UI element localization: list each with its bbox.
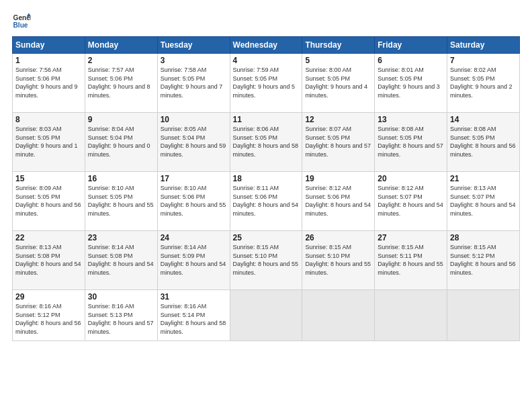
sunrise-text: Sunrise: 8:11 AM xyxy=(233,185,279,191)
day-info: Sunrise: 8:13 AM Sunset: 5:07 PM Dayligh… xyxy=(450,184,517,218)
day-info: Sunrise: 8:11 AM Sunset: 5:06 PM Dayligh… xyxy=(233,184,300,218)
day-number: 28 xyxy=(450,233,517,242)
daylight-text: Daylight: 8 hours and 56 minutes. xyxy=(15,320,81,335)
calendar-cell: 10 Sunrise: 8:05 AM Sunset: 5:04 PM Dayl… xyxy=(157,113,230,172)
daylight-text: Daylight: 8 hours and 56 minutes. xyxy=(450,142,516,158)
sunrise-text: Sunrise: 8:14 AM xyxy=(88,244,134,250)
day-info: Sunrise: 8:16 AM Sunset: 5:13 PM Dayligh… xyxy=(88,302,154,336)
day-info: Sunrise: 8:09 AM Sunset: 5:05 PM Dayligh… xyxy=(15,184,82,218)
sunset-text: Sunset: 5:05 PM xyxy=(233,75,278,82)
sunrise-text: Sunrise: 8:03 AM xyxy=(15,126,62,132)
sunrise-text: Sunrise: 8:14 AM xyxy=(161,244,207,250)
calendar-cell: 3 Sunrise: 7:58 AM Sunset: 5:05 PM Dayli… xyxy=(157,54,230,113)
day-info: Sunrise: 8:08 AM Sunset: 5:05 PM Dayligh… xyxy=(378,125,444,158)
day-number: 14 xyxy=(450,115,517,124)
calendar-cell: 21 Sunrise: 8:13 AM Sunset: 5:07 PM Dayl… xyxy=(447,172,520,231)
calendar-cell: 28 Sunrise: 8:15 AM Sunset: 5:12 PM Dayl… xyxy=(447,231,520,290)
sunrise-text: Sunrise: 8:02 AM xyxy=(450,66,496,73)
day-number: 5 xyxy=(305,56,371,65)
sunset-text: Sunset: 5:12 PM xyxy=(15,312,60,318)
calendar-cell: 24 Sunrise: 8:14 AM Sunset: 5:09 PM Dayl… xyxy=(157,231,230,290)
day-number: 4 xyxy=(233,56,300,65)
sunset-text: Sunset: 5:06 PM xyxy=(161,193,206,200)
sunrise-text: Sunrise: 8:16 AM xyxy=(88,303,134,310)
daylight-text: Daylight: 8 hours and 56 minutes. xyxy=(15,201,81,217)
calendar-cell: 23 Sunrise: 8:14 AM Sunset: 5:08 PM Dayl… xyxy=(85,231,157,290)
daylight-text: Daylight: 8 hours and 57 minutes. xyxy=(378,142,443,158)
calendar-cell: 30 Sunrise: 8:16 AM Sunset: 5:13 PM Dayl… xyxy=(85,290,157,341)
weekday-header-sunday: Sunday xyxy=(13,37,85,54)
calendar-cell: 4 Sunrise: 7:59 AM Sunset: 5:05 PM Dayli… xyxy=(230,54,302,113)
day-info: Sunrise: 8:14 AM Sunset: 5:08 PM Dayligh… xyxy=(88,243,154,277)
sunset-text: Sunset: 5:06 PM xyxy=(305,193,350,200)
sunrise-text: Sunrise: 8:12 AM xyxy=(305,185,351,191)
day-info: Sunrise: 8:07 AM Sunset: 5:05 PM Dayligh… xyxy=(305,125,371,158)
sunrise-text: Sunrise: 8:15 AM xyxy=(450,244,496,250)
svg-text:Blue: Blue xyxy=(13,21,28,29)
day-info: Sunrise: 8:08 AM Sunset: 5:05 PM Dayligh… xyxy=(450,125,517,158)
calendar-cell: 19 Sunrise: 8:12 AM Sunset: 5:06 PM Dayl… xyxy=(302,172,375,231)
sunset-text: Sunset: 5:08 PM xyxy=(88,253,133,259)
day-number: 25 xyxy=(233,233,300,242)
sunrise-text: Sunrise: 8:00 AM xyxy=(305,66,351,73)
day-info: Sunrise: 8:15 AM Sunset: 5:10 PM Dayligh… xyxy=(233,243,300,277)
day-info: Sunrise: 8:13 AM Sunset: 5:08 PM Dayligh… xyxy=(15,243,82,277)
daylight-text: Daylight: 8 hours and 54 minutes. xyxy=(88,261,154,276)
daylight-text: Daylight: 8 hours and 54 minutes. xyxy=(161,261,226,276)
sunrise-text: Sunrise: 8:08 AM xyxy=(378,126,424,132)
sunset-text: Sunset: 5:11 PM xyxy=(378,253,423,259)
day-info: Sunrise: 8:05 AM Sunset: 5:04 PM Dayligh… xyxy=(161,125,227,158)
day-info: Sunrise: 8:00 AM Sunset: 5:05 PM Dayligh… xyxy=(305,66,371,99)
day-info: Sunrise: 8:12 AM Sunset: 5:06 PM Dayligh… xyxy=(305,184,371,218)
calendar-cell: 2 Sunrise: 7:57 AM Sunset: 5:06 PM Dayli… xyxy=(85,54,157,113)
daylight-text: Daylight: 8 hours and 54 minutes. xyxy=(15,261,81,276)
calendar-cell: 31 Sunrise: 8:16 AM Sunset: 5:14 PM Dayl… xyxy=(157,290,230,341)
calendar-cell xyxy=(302,290,375,341)
day-info: Sunrise: 8:01 AM Sunset: 5:05 PM Dayligh… xyxy=(378,66,444,99)
daylight-text: Daylight: 8 hours and 57 minutes. xyxy=(305,142,371,158)
sunset-text: Sunset: 5:05 PM xyxy=(233,134,278,141)
calendar-cell: 15 Sunrise: 8:09 AM Sunset: 5:05 PM Dayl… xyxy=(13,172,85,231)
header: General Blue xyxy=(12,12,520,31)
sunset-text: Sunset: 5:06 PM xyxy=(15,75,60,82)
calendar-cell: 18 Sunrise: 8:11 AM Sunset: 5:06 PM Dayl… xyxy=(230,172,302,231)
daylight-text: Daylight: 8 hours and 55 minutes. xyxy=(305,261,371,276)
day-info: Sunrise: 8:10 AM Sunset: 5:05 PM Dayligh… xyxy=(88,184,154,218)
daylight-text: Daylight: 8 hours and 58 minutes. xyxy=(233,142,299,158)
daylight-text: Daylight: 8 hours and 54 minutes. xyxy=(305,201,371,217)
day-info: Sunrise: 8:06 AM Sunset: 5:05 PM Dayligh… xyxy=(233,125,300,158)
calendar-cell xyxy=(375,290,447,341)
sunrise-text: Sunrise: 7:58 AM xyxy=(161,66,207,73)
sunset-text: Sunset: 5:05 PM xyxy=(161,75,206,82)
day-number: 7 xyxy=(450,56,517,65)
day-number: 22 xyxy=(15,233,82,242)
sunrise-text: Sunrise: 8:06 AM xyxy=(233,126,279,132)
daylight-text: Daylight: 9 hours and 4 minutes. xyxy=(305,83,367,99)
daylight-text: Daylight: 9 hours and 9 minutes. xyxy=(15,83,78,99)
day-number: 12 xyxy=(305,115,371,124)
day-number: 29 xyxy=(15,292,82,302)
day-number: 13 xyxy=(378,115,444,124)
sunrise-text: Sunrise: 8:04 AM xyxy=(88,126,134,132)
calendar-cell: 25 Sunrise: 8:15 AM Sunset: 5:10 PM Dayl… xyxy=(230,231,302,290)
calendar-cell: 20 Sunrise: 8:12 AM Sunset: 5:07 PM Dayl… xyxy=(375,172,447,231)
day-info: Sunrise: 8:02 AM Sunset: 5:05 PM Dayligh… xyxy=(450,66,517,99)
page: General Blue SundayMondayTuesdayWednesda… xyxy=(0,0,532,411)
daylight-text: Daylight: 9 hours and 3 minutes. xyxy=(378,83,440,99)
calendar-cell: 22 Sunrise: 8:13 AM Sunset: 5:08 PM Dayl… xyxy=(13,231,85,290)
daylight-text: Daylight: 8 hours and 59 minutes. xyxy=(161,142,226,158)
logo-icon: General Blue xyxy=(12,12,31,31)
sunset-text: Sunset: 5:09 PM xyxy=(161,253,206,259)
sunrise-text: Sunrise: 8:12 AM xyxy=(378,185,424,191)
day-number: 8 xyxy=(15,115,82,124)
sunset-text: Sunset: 5:04 PM xyxy=(161,134,206,141)
day-info: Sunrise: 8:04 AM Sunset: 5:04 PM Dayligh… xyxy=(88,125,154,158)
calendar-cell xyxy=(230,290,302,341)
day-info: Sunrise: 8:16 AM Sunset: 5:14 PM Dayligh… xyxy=(161,302,227,336)
calendar-week-row: 22 Sunrise: 8:13 AM Sunset: 5:08 PM Dayl… xyxy=(13,231,520,290)
sunset-text: Sunset: 5:05 PM xyxy=(88,193,133,200)
sunset-text: Sunset: 5:07 PM xyxy=(378,193,423,200)
day-info: Sunrise: 7:58 AM Sunset: 5:05 PM Dayligh… xyxy=(161,66,227,99)
weekday-header-monday: Monday xyxy=(85,37,157,54)
calendar-cell: 26 Sunrise: 8:15 AM Sunset: 5:10 PM Dayl… xyxy=(302,231,375,290)
